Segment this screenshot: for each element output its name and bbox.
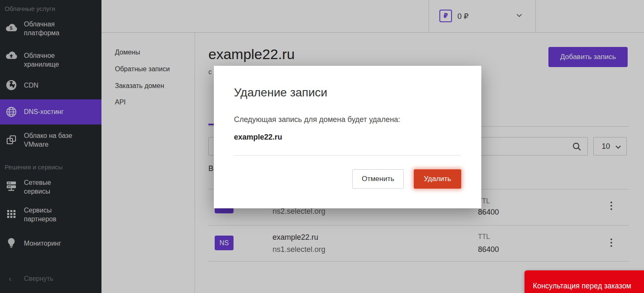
delete-button[interactable]: Удалить (414, 169, 461, 189)
cancel-button[interactable]: Отменить (352, 169, 404, 189)
page: { "sidebar": { "section1": "Облачные усл… (0, 0, 644, 293)
modal-divider (234, 155, 461, 156)
delete-record-modal: Удаление записи Следующая запись для дом… (214, 66, 481, 208)
consultation-button[interactable]: Консультация перед заказом (525, 270, 644, 293)
modal-message: Следующая запись для домена будет удален… (234, 115, 400, 124)
modal-title: Удаление записи (234, 86, 327, 99)
modal-domain-name: example22.ru (234, 133, 282, 142)
